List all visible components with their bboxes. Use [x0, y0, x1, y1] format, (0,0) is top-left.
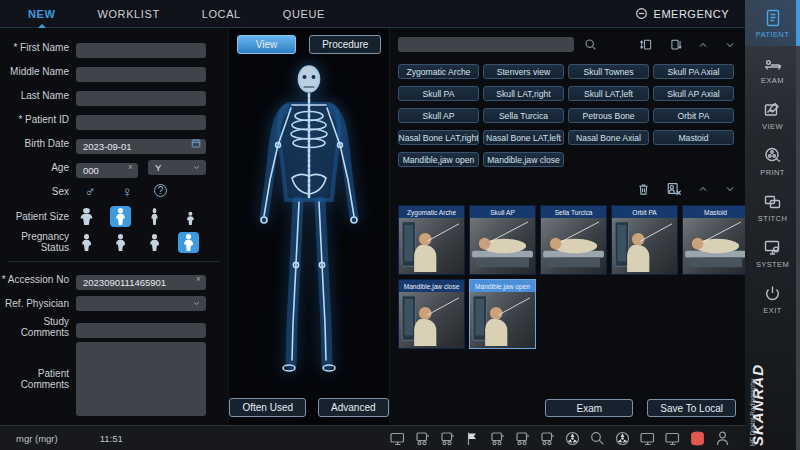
procedure-button-skull-pa-axial[interactable]: Skull PA Axial	[653, 64, 734, 79]
pregnancy-stage-4-button[interactable]	[178, 232, 199, 253]
procedure-button-skull-townes[interactable]: Skull Townes	[568, 64, 649, 79]
procedure-button-nasal-bone-lat-right[interactable]: Nasal Bone LAT,right	[398, 130, 479, 145]
procedure-search-input[interactable]	[398, 37, 574, 52]
view-thumbnail-orbit-pa[interactable]: Orbit PA	[611, 205, 678, 275]
ref-physician-select[interactable]	[76, 296, 206, 311]
patient-size-normal-button[interactable]	[110, 206, 131, 227]
main-sidebar: PATIENTEXAMVIEWPRINTSTITCHSYSTEMEXIT SKA…	[745, 0, 800, 450]
view-thumbnail-mastoid[interactable]: Mastoid	[682, 205, 749, 275]
scroll-up-icon[interactable]	[697, 39, 709, 51]
pregnancy-stage-3-button[interactable]	[144, 232, 165, 253]
procedure-button-skull-lat-right[interactable]: Skull LAT,right	[483, 86, 564, 101]
procedure-button-skull-pa[interactable]: Skull PA	[398, 86, 479, 101]
view-thumbnail-sella-turcica[interactable]: Sella Turcica	[540, 205, 607, 275]
network-user-icon[interactable]	[714, 430, 731, 447]
procedure-button-zygomatic-arche[interactable]: Zygomatic Arche	[398, 64, 479, 79]
procedure-button-skull-ap[interactable]: Skull AP	[398, 108, 479, 123]
procedure-button-orbit-pa[interactable]: Orbit PA	[653, 108, 734, 123]
search-icon[interactable]	[584, 38, 597, 51]
sort-descending-icon[interactable]	[668, 38, 682, 52]
view-thumbnail-mandible-jaw-open[interactable]: Mandible,jaw open	[469, 279, 536, 349]
sex-male-button[interactable]: ♂	[80, 181, 100, 201]
study-comments-input[interactable]	[76, 323, 206, 338]
view-thumbnail-mandible-jaw-close[interactable]: Mandible,jaw close	[398, 279, 465, 349]
age-label: Age	[0, 162, 76, 173]
sex-female-button[interactable]: ♀	[117, 181, 137, 201]
procedure-button-mastoid[interactable]: Mastoid	[653, 130, 734, 145]
delete-view-icon[interactable]	[636, 182, 651, 197]
chevron-down-icon	[192, 299, 201, 308]
positioning-image	[541, 218, 606, 274]
storage-full-icon[interactable]	[689, 430, 706, 447]
nav-tab-worklist[interactable]: WORKLIST	[95, 1, 161, 27]
procedure-button-nasal-bone-axial[interactable]: Nasal Bone Axial	[568, 130, 649, 145]
sidebar-item-view[interactable]: VIEW	[745, 92, 800, 138]
pregnancy-stage-1-button[interactable]	[76, 232, 97, 253]
radiation-icon[interactable]	[614, 430, 631, 447]
exam-table-icon	[763, 54, 782, 73]
view-thumbnail-zygomatic-arche[interactable]: Zygomatic Arche	[398, 205, 465, 275]
console-icon[interactable]	[489, 430, 506, 447]
body-skeleton-image[interactable]	[229, 60, 389, 390]
patient-comments-textarea[interactable]	[76, 342, 206, 416]
last-name-input[interactable]	[76, 91, 206, 106]
patient-id-input[interactable]	[76, 115, 206, 130]
pregnancy-stage-2-button[interactable]	[110, 232, 131, 253]
views-scroll-down-icon[interactable]	[724, 183, 736, 195]
mobile-unit-1-icon[interactable]	[414, 430, 431, 447]
patient-size-child-button[interactable]	[178, 206, 199, 227]
first-name-input[interactable]	[76, 43, 206, 58]
workstation-icon[interactable]	[389, 430, 406, 447]
sidebar-item-exam[interactable]: EXAM	[745, 46, 800, 92]
procedure-button-sella-turcica[interactable]: Sella Turcica	[483, 108, 564, 123]
sidebar-item-stitch[interactable]: STITCH	[745, 184, 800, 230]
thumbnail-title: Zygomatic Arche	[399, 206, 464, 218]
procedure-button-skull-ap-axial[interactable]: Skull AP Axial	[653, 86, 734, 101]
procedure-button-nasal-bone-lat-left[interactable]: Nasal Bone LAT,left	[483, 130, 564, 145]
nav-tab-new[interactable]: NEW	[26, 1, 57, 27]
patient-size-large-button[interactable]	[76, 206, 97, 227]
procedure-button-skull-lat-left[interactable]: Skull LAT,left	[568, 86, 649, 101]
sex-unknown-button[interactable]: ?	[154, 184, 167, 197]
sidebar-item-print[interactable]: PRINT	[745, 138, 800, 184]
procedure-button[interactable]: Procedure	[309, 35, 381, 54]
exam-button[interactable]: Exam	[545, 399, 633, 417]
display-remote-icon[interactable]	[664, 430, 681, 447]
middle-name-input[interactable]	[76, 67, 206, 82]
calendar-icon[interactable]	[191, 138, 201, 148]
display-alert-icon[interactable]	[639, 430, 656, 447]
nav-tab-local[interactable]: LOCAL	[200, 1, 243, 27]
sidebar-item-exit[interactable]: EXIT	[745, 276, 800, 322]
scroll-down-icon[interactable]	[724, 39, 736, 51]
mobile-unit-2-icon[interactable]	[439, 430, 456, 447]
view-button[interactable]: View	[237, 35, 297, 54]
accession-clear-icon[interactable]: ×	[196, 275, 201, 284]
procedure-button-stenvers-view[interactable]: Stenvers view	[483, 64, 564, 79]
birth-date-input[interactable]	[76, 139, 206, 154]
emergency-button[interactable]: EMERGENCY	[635, 7, 729, 20]
patient-comments-label: Patient Comments	[0, 368, 76, 390]
flag-icon[interactable]	[464, 430, 481, 447]
view-thumbnail-skull-ap[interactable]: Skull AP	[469, 205, 536, 275]
sidebar-item-system[interactable]: SYSTEM	[745, 230, 800, 276]
remove-patient-views-icon[interactable]	[666, 181, 682, 197]
collimator-icon[interactable]	[564, 430, 581, 447]
procedure-button-petrous-bone[interactable]: Petrous Bone	[568, 108, 649, 123]
procedure-button-mandible-jaw-open[interactable]: Mandible,jaw open	[398, 152, 479, 167]
save-to-local-button[interactable]: Save To Local	[647, 399, 736, 417]
age-clear-icon[interactable]: ×	[128, 163, 133, 172]
sort-ascending-icon[interactable]	[639, 38, 653, 52]
accession-no-input[interactable]	[76, 275, 206, 290]
views-scroll-up-icon[interactable]	[697, 183, 709, 195]
often-used-button[interactable]: Often Used	[229, 398, 306, 417]
advanced-button[interactable]: Advanced	[318, 398, 388, 417]
patient-size-thin-button[interactable]	[144, 206, 165, 227]
sidebar-item-patient[interactable]: PATIENT	[745, 0, 800, 46]
generator-1-icon[interactable]	[514, 430, 531, 447]
procedure-button-mandible-jaw-close[interactable]: Mandible,jaw close	[483, 152, 564, 167]
generator-2-icon[interactable]	[539, 430, 556, 447]
sex-label: Sex	[0, 186, 76, 197]
dose-check-icon[interactable]	[589, 430, 606, 447]
nav-tab-queue[interactable]: QUEUE	[281, 1, 327, 27]
age-unit-select[interactable]: Y	[148, 160, 206, 175]
